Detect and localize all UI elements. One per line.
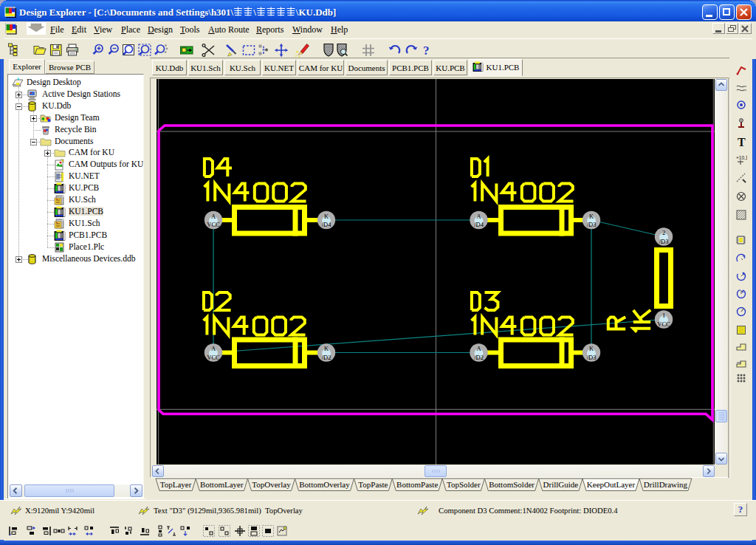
svg-text:TopSolder: TopSolder	[447, 480, 481, 489]
svg-text:K: K	[324, 345, 329, 352]
svg-text:K: K	[324, 213, 329, 220]
svg-text:BottomLayer: BottomLayer	[200, 480, 244, 489]
svg-text:DrillGuide: DrillGuide	[543, 480, 579, 489]
svg-text:/D4: /D4	[474, 221, 484, 228]
svg-text:VCC: VCC	[207, 354, 220, 361]
svg-text:TopPaste: TopPaste	[358, 480, 388, 489]
svg-text:A: A	[211, 345, 216, 352]
svg-text:A: A	[476, 213, 481, 220]
svg-text:/D2: /D2	[322, 354, 331, 361]
svg-text:TopLayer: TopLayer	[160, 480, 192, 489]
svg-text:/D2: /D2	[474, 354, 484, 361]
svg-text:K: K	[589, 345, 594, 352]
svg-text:BottomSolder: BottomSolder	[489, 480, 535, 489]
svg-text:/D4: /D4	[322, 221, 332, 228]
svg-text:1: 1	[662, 312, 665, 319]
svg-text:VCC: VCC	[657, 321, 670, 328]
svg-text:/D3: /D3	[587, 354, 597, 361]
svg-text:BottomOverlay: BottomOverlay	[299, 480, 350, 489]
svg-text:/D3: /D3	[587, 221, 597, 228]
svg-text:2: 2	[662, 229, 665, 236]
svg-text:DrillDrawing: DrillDrawing	[644, 480, 688, 489]
svg-text:A: A	[211, 213, 216, 220]
svg-text:A: A	[476, 345, 481, 352]
svg-text:T: T	[738, 136, 746, 148]
svg-text:K: K	[589, 213, 594, 220]
svg-text:BottomPaste: BottomPaste	[396, 480, 438, 489]
svg-text:KeepOutLayer: KeepOutLayer	[587, 480, 636, 489]
svg-text:/D3: /D3	[659, 238, 669, 245]
svg-text:VCC: VCC	[207, 221, 220, 228]
svg-text:TopOverlay: TopOverlay	[252, 480, 291, 489]
svg-text:+10,10: +10,10	[736, 155, 747, 160]
